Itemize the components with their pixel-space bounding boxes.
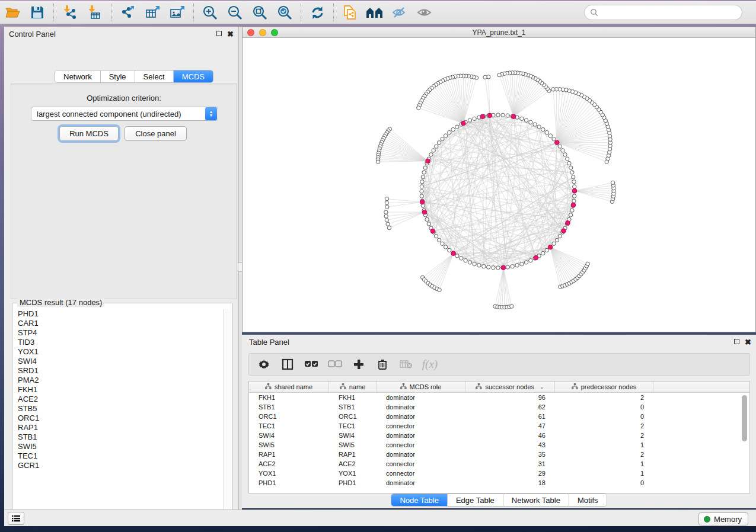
hide-selected-icon[interactable] xyxy=(391,4,409,21)
table-panel: Table Panel ✖ f(x) shared namenameMCDS r… xyxy=(242,335,756,508)
open-file-icon[interactable] xyxy=(4,4,21,21)
delete-icon[interactable] xyxy=(375,357,390,372)
zoom-out-icon[interactable] xyxy=(226,4,244,21)
mcds-result-item[interactable]: ORC1 xyxy=(14,414,222,423)
close-table-panel-icon[interactable]: ✖ xyxy=(745,338,751,346)
table-row[interactable]: ACE2ACE2connector311 xyxy=(249,459,749,469)
table-scrollbar-thumb[interactable] xyxy=(742,395,747,441)
table-row[interactable]: SWI5SWI5connector431 xyxy=(249,440,749,450)
zoom-selected-icon[interactable] xyxy=(276,4,294,21)
mcds-result-item[interactable]: SWI5 xyxy=(14,442,222,451)
mcds-result-item[interactable]: SWI4 xyxy=(14,357,222,366)
zoom-in-icon[interactable] xyxy=(201,4,219,21)
add-column-icon[interactable] xyxy=(351,357,366,372)
export-image-icon[interactable] xyxy=(168,4,186,21)
mcds-list-scrollbar[interactable] xyxy=(223,309,231,522)
tab-style[interactable]: Style xyxy=(101,70,135,82)
float-panel-icon[interactable] xyxy=(216,31,222,37)
optimization-criterion-label: Optimization criterion: xyxy=(11,94,237,102)
tab-network-table[interactable]: Network Table xyxy=(503,494,569,506)
mcds-result-item[interactable]: FKH1 xyxy=(14,385,222,395)
table-cell: PHD1 xyxy=(249,479,329,486)
table-cell: 2 xyxy=(555,432,653,439)
mcds-result-item[interactable]: PHD1 xyxy=(14,309,222,319)
table-scrollbar[interactable] xyxy=(742,394,748,491)
table-row[interactable]: FKH1FKH1dominator962 xyxy=(249,393,749,402)
export-network-icon[interactable] xyxy=(119,4,136,21)
table-row[interactable]: YOX1YOX1connector291 xyxy=(249,469,749,478)
column-header-shared-name[interactable]: shared name xyxy=(249,382,329,392)
close-panel-button[interactable]: Close panel xyxy=(125,126,187,141)
table-cell: 0 xyxy=(555,403,653,411)
select-stepper-icon: ▲▼ xyxy=(205,107,217,120)
table-row[interactable]: SWI4SWI4dominator462 xyxy=(249,431,749,440)
run-mcds-button[interactable]: Run MCDS xyxy=(59,126,119,141)
table-row[interactable]: TEC1TEC1connector472 xyxy=(249,421,749,431)
table-cell: ACE2 xyxy=(249,460,329,467)
first-neighbors-icon[interactable] xyxy=(366,4,384,21)
table-cell: 0 xyxy=(555,413,653,420)
table-row[interactable]: STB1STB1dominator620 xyxy=(249,402,749,412)
import-network-icon[interactable] xyxy=(61,4,79,21)
mcds-result-item[interactable]: RAP1 xyxy=(14,423,222,432)
mcds-result-item[interactable]: TID3 xyxy=(14,338,222,347)
tab-edge-table[interactable]: Edge Table xyxy=(448,494,503,506)
tab-motifs[interactable]: Motifs xyxy=(569,494,607,506)
zoom-fit-icon[interactable] xyxy=(251,4,269,21)
mcds-result-item[interactable]: SRD1 xyxy=(14,366,222,376)
task-manager-button[interactable] xyxy=(8,512,24,525)
column-type-icon xyxy=(265,383,272,390)
mcds-result-item[interactable]: GCR1 xyxy=(14,461,222,470)
column-header-MCDS-role[interactable]: MCDS role xyxy=(377,382,465,392)
table-cell: 61 xyxy=(465,413,555,420)
close-panel-icon[interactable]: ✖ xyxy=(227,30,234,38)
mcds-result-item[interactable]: CAR1 xyxy=(14,319,222,328)
table-cell: SWI5 xyxy=(329,441,377,448)
mcds-result-list[interactable]: PHD1CAR1STP4TID3YOX1SWI4SRD1PMA2FKH1ACE2… xyxy=(14,309,222,522)
columns-icon[interactable] xyxy=(280,357,295,372)
tab-select[interactable]: Select xyxy=(135,70,174,82)
memory-button[interactable]: Memory xyxy=(698,512,748,525)
save-session-icon[interactable] xyxy=(28,4,46,21)
column-header-name[interactable]: name xyxy=(329,382,377,392)
tab-network[interactable]: Network xyxy=(55,70,101,82)
search-input[interactable] xyxy=(598,7,742,18)
column-header-predecessor-nodes[interactable]: predecessor nodes xyxy=(555,382,653,392)
mcds-result-item[interactable]: PMA2 xyxy=(14,376,222,385)
mcds-result-item[interactable]: TEC1 xyxy=(14,451,222,461)
table-row[interactable]: PHD1PHD1dominator180 xyxy=(249,478,749,488)
search-box[interactable] xyxy=(584,5,742,20)
criterion-select[interactable]: largest connected component (undirected)… xyxy=(31,107,218,121)
show-all-icon[interactable] xyxy=(416,4,433,21)
table-row[interactable]: ORC1ORC1dominator610 xyxy=(249,412,749,421)
table-cell: 2 xyxy=(555,394,653,401)
select-all-icon[interactable] xyxy=(304,357,319,372)
mcds-result-item[interactable]: YOX1 xyxy=(14,347,222,357)
table-row[interactable]: RAP1RAP1dominator352 xyxy=(249,450,749,459)
task-list-icon xyxy=(11,514,21,523)
network-view-canvas[interactable] xyxy=(243,38,755,332)
import-table-icon[interactable] xyxy=(86,4,104,21)
mcds-result-item[interactable]: STP4 xyxy=(14,328,222,338)
copy-view-icon[interactable] xyxy=(341,4,359,21)
deselect-all-icon[interactable] xyxy=(327,357,343,372)
tab-node-table[interactable]: Node Table xyxy=(391,494,448,506)
column-header-successor-nodes[interactable]: successor nodes⌄ xyxy=(465,382,555,392)
network-graph xyxy=(243,38,755,332)
mcds-result-item[interactable]: ACE2 xyxy=(14,395,222,404)
column-type-icon xyxy=(572,383,578,390)
table-cell: 29 xyxy=(465,470,555,477)
float-table-panel-icon[interactable] xyxy=(734,339,739,345)
delete-table-icon xyxy=(398,357,414,372)
export-table-icon[interactable] xyxy=(143,4,161,21)
node-table-header[interactable]: shared namenameMCDS rolesuccessor nodes⌄… xyxy=(249,382,749,393)
mcds-result-item[interactable]: STB5 xyxy=(14,404,222,414)
table-cell: FKH1 xyxy=(329,394,377,401)
mcds-result-item[interactable]: STB1 xyxy=(14,432,222,442)
refresh-icon[interactable] xyxy=(308,4,326,21)
gear-icon[interactable] xyxy=(256,357,272,372)
table-cell: 0 xyxy=(555,479,653,486)
tab-mcds[interactable]: MCDS xyxy=(174,70,213,82)
toolbar-separator xyxy=(301,4,301,21)
network-window-titlebar[interactable]: YPA_prune.txt_1 xyxy=(243,27,755,38)
